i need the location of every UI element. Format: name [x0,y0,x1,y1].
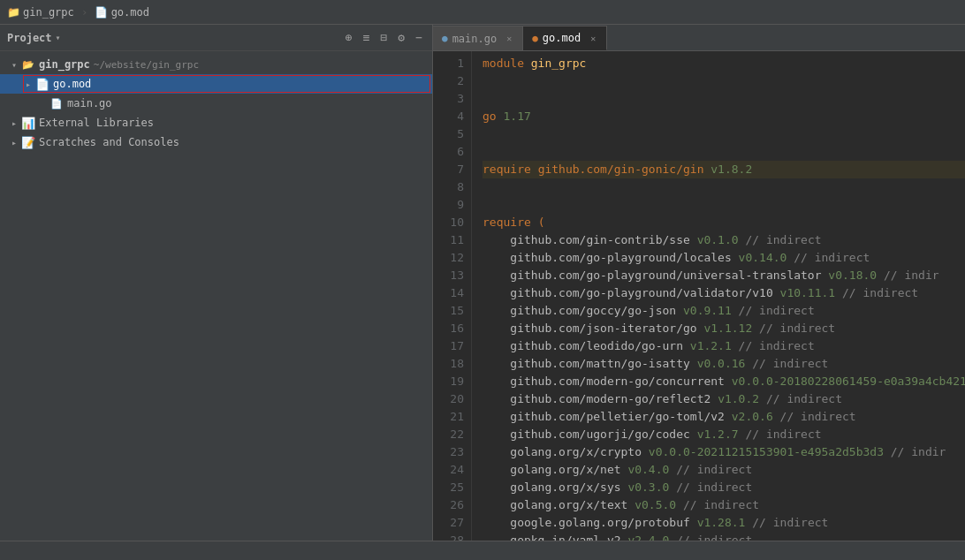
go-tab-icon: ● [442,33,448,44]
line-numbers: 1234567891011121314151617181920212223242… [433,51,472,541]
expand-arrow-go-mod: ▸ [21,79,35,89]
scratch-icon: 📝 [21,135,35,149]
tab-close-go-mod[interactable]: ✕ [589,33,597,44]
tree-label-gin-grpc: gin_grpc [39,58,90,71]
tree-label-scratches: Scratches and Consoles [39,136,179,148]
tab-main-go[interactable]: ● main.go ✕ [433,26,523,50]
tree-item-gin-grpc[interactable]: ▾ 📂 gin_grpc ~/website/gin_grpc [0,55,432,74]
project-dropdown-icon[interactable]: ▾ [56,33,61,42]
title-item-gin-grpc: 📁 gin_grpc [7,6,74,19]
tab-label-main-go: main.go [452,33,498,45]
folder-icon: 📂 [21,57,35,72]
go-mod-icon-title: 📄 [95,6,108,19]
sidebar-header: Project ▾ ⊕ ≡ ⊟ ⚙ − [0,25,432,51]
tree-label-external-libs: External Libraries [39,117,154,129]
tree-item-scratches[interactable]: ▸ 📝 Scratches and Consoles [0,132,432,152]
title-item-go-mod: 📄 go.mod [95,6,149,19]
gear-icon[interactable]: ⚙ [395,30,407,45]
editor-area: ● main.go ✕ ● go.mod ✕ 12345678910111213… [433,25,965,541]
filter-icon[interactable]: ⊟ [378,30,391,45]
folder-icon: 📁 [7,6,19,19]
tab-label-go-mod: go.mod [543,32,581,44]
tree-label-main-go: main.go [67,97,112,110]
tree-item-external-libs[interactable]: ▸ 📊 External Libraries [0,113,432,132]
minimize-icon[interactable]: − [413,30,425,45]
go-mod-tab-icon: ● [532,33,538,44]
status-bar [0,541,965,560]
sidebar-title: Project [7,32,52,44]
expand-arrow-scratch: ▸ [7,138,21,148]
tabs-bar: ● main.go ✕ ● go.mod ✕ [433,25,965,51]
tab-go-mod[interactable]: ● go.mod ✕ [523,26,607,50]
list-icon[interactable]: ≡ [361,30,373,45]
globe-icon[interactable]: ⊕ [343,30,355,45]
tree-path: ~/website/gin_grpc [94,59,199,71]
go-mod-file-icon: 📄 [35,77,49,91]
tab-close-main-go[interactable]: ✕ [505,33,513,44]
title-separator: › [81,5,88,19]
editor-content: 1234567891011121314151617181920212223242… [433,51,965,541]
library-icon: 📊 [21,116,35,130]
project-tree: ▾ 📂 gin_grpc ~/website/gin_grpc ▸ 📄 go.m… [0,51,432,541]
title-bar: 📁 gin_grpc › 📄 go.mod [0,0,965,25]
tree-item-go-mod[interactable]: ▸ 📄 go.mod [0,74,432,94]
expand-arrow: ▾ [7,60,21,70]
expand-arrow-ext: ▸ [7,118,21,128]
code-area[interactable]: module gin_grpc go 1.17 require github.c… [472,51,965,541]
tree-label-go-mod: go.mod [53,78,91,90]
go-file-icon: 📄 [49,96,64,110]
tree-item-main-go[interactable]: 📄 main.go [0,94,432,113]
